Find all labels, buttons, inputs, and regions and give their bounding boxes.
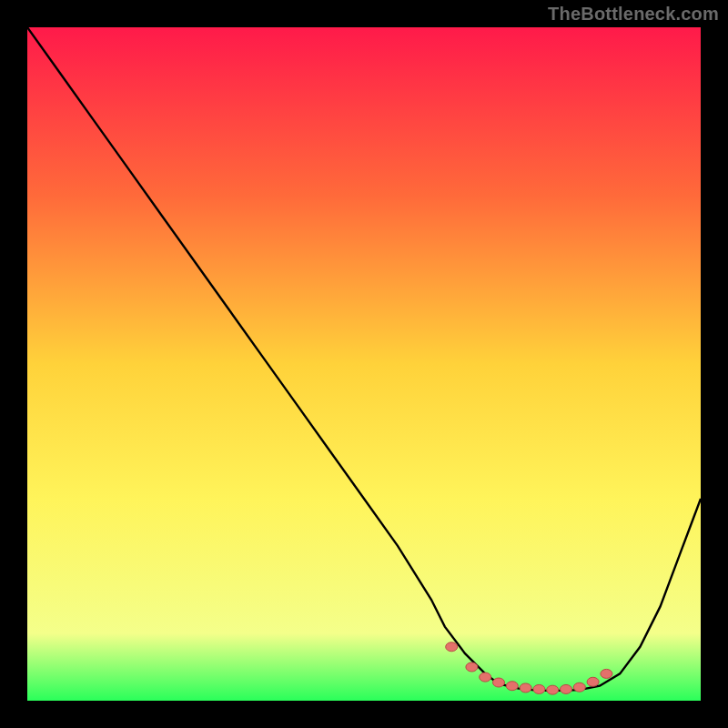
- optimal-dot: [561, 684, 572, 693]
- optimal-dot: [573, 682, 585, 692]
- optimal-dot: [533, 684, 545, 693]
- optimal-dot: [446, 642, 458, 652]
- optimal-dot: [466, 662, 478, 672]
- optimal-dot: [506, 682, 518, 691]
- optimal-dot: [601, 669, 612, 678]
- optimal-dot: [547, 685, 559, 694]
- optimal-dot: [587, 677, 599, 686]
- optimal-dot: [480, 672, 491, 682]
- bottleneck-chart-svg: [27, 27, 701, 701]
- plot-area: [27, 27, 701, 701]
- gradient-background: [27, 27, 701, 701]
- optimal-dot: [493, 678, 505, 687]
- optimal-dot: [520, 683, 531, 693]
- chart-container: TheBottleneck.com: [0, 0, 728, 728]
- watermark-text: TheBottleneck.com: [548, 4, 719, 25]
